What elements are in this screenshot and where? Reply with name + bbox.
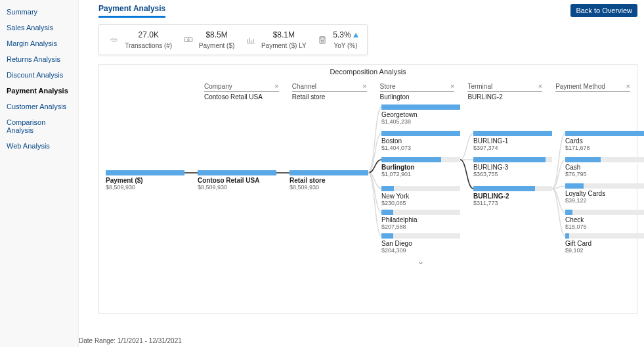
node-value: $207,588 [381,223,460,230]
tree-node[interactable]: Contoso Retail USA$8,509,930 [198,170,276,191]
node-value: $171,678 [565,145,644,151]
node-value: $1,405,238 [381,118,460,125]
node-value: $8,509,930 [106,184,184,191]
tree-node[interactable]: Retail store$8,509,930 [290,170,368,191]
sidebar-item-comparison-analysis[interactable]: Comparison Analysis [0,114,78,138]
breadcrumb-terminal[interactable]: Terminal×BURLING-2 [467,81,542,101]
node-bar [381,157,460,162]
node-label: Boston [381,137,460,145]
breadcrumb-level: Company [204,83,232,90]
app-root: SummarySales AnalysisMargin AnalysisRetu… [0,0,644,347]
svg-point-6 [324,40,324,41]
kpi-value: $8.1M [261,30,307,39]
kpi-label: Payment ($) [199,42,234,49]
node-bar [381,233,460,239]
page-title: Payment Analysis [98,4,165,18]
node-label: Georgetown [381,111,460,118]
node-value: $204,309 [381,247,460,254]
sidebar-item-sales-analysis[interactable]: Sales Analysis [0,20,78,35]
node-value: $39,122 [565,197,644,204]
kpi-label: Payment ($) LY [261,42,307,49]
kpi-label: Transactions (#) [125,42,172,49]
node-label: San Diego [381,240,460,247]
svg-point-9 [324,41,324,42]
breadcrumb-payment-method[interactable]: Payment Method× [555,81,630,101]
breadcrumb-channel[interactable]: Channel×Retail store [292,81,367,101]
header: Payment Analysis Back to Overview [98,4,637,18]
breadcrumb-store[interactable]: Store×Burlington [380,81,455,101]
main: Payment Analysis Back to Overview 27.0K … [79,0,644,347]
tree-node[interactable]: BURLING-2$311,773 [473,186,552,206]
kpi-yoy: 5.3% YoY (%) [316,30,358,49]
breadcrumb-value: BURLING-2 [467,92,542,101]
tree-node[interactable]: Loyalty Cards$39,122 [565,183,644,204]
close-icon[interactable]: × [450,82,454,90]
node-bar [565,210,644,215]
sidebar: SummarySales AnalysisMargin AnalysisRetu… [0,0,79,347]
tree-node[interactable]: Cash$76,795 [565,157,644,177]
tree-node[interactable]: Georgetown$1,405,238 [381,104,460,125]
node-value: $311,773 [473,200,552,206]
close-icon[interactable]: × [362,82,366,90]
breadcrumb-level: Channel [292,83,316,90]
tree-node[interactable]: BURLING-3$363,755 [473,157,552,177]
close-icon[interactable]: × [274,82,278,90]
tree-node[interactable]: Boston$1,404,073 [381,131,460,151]
node-label: Gift Card [565,240,644,247]
close-icon[interactable]: × [626,82,630,90]
tree-node[interactable]: Payment ($)$8,509,930 [106,170,184,191]
decomposition-title: Decomposition Analysis [99,65,637,76]
svg-point-1 [187,38,189,40]
kpi-value: 27.0K [125,30,172,39]
kpi-value: $8.5M [199,30,234,39]
node-value: $8,509,930 [290,184,368,191]
back-to-overview-button[interactable]: Back to Overview [570,4,637,17]
breadcrumb-level: Payment Method [555,83,605,90]
svg-point-7 [321,41,322,42]
calculator-icon [316,34,329,47]
sidebar-item-web-analysis[interactable]: Web Analysis [0,138,78,154]
sidebar-item-margin-analysis[interactable]: Margin Analysis [0,35,78,51]
sidebar-item-payment-analysis[interactable]: Payment Analysis [0,83,78,99]
node-bar [198,170,276,175]
node-label: Check [565,216,644,223]
kpi-value: 5.3% [333,30,358,39]
tree-node[interactable]: Check$15,075 [565,210,644,230]
node-value: $9,102 [565,247,644,254]
node-bar [473,157,552,162]
tree-node[interactable]: Gift Card$9,102 [565,233,644,254]
tree-node[interactable]: Cards$171,678 [565,131,644,151]
node-bar [381,210,460,215]
chevron-down-icon[interactable]: ⌄ [417,256,425,347]
node-bar [565,157,644,162]
breadcrumb-company[interactable]: Company×Contoso Retail USA [204,81,279,101]
kpi-payment: $8.5M Payment ($) [182,30,234,49]
node-label: Cash [565,164,644,171]
node-label: Cards [565,137,644,145]
node-bar [381,186,460,191]
node-label: Burlington [381,164,460,171]
svg-point-4 [321,40,322,41]
tree-node[interactable]: Philadelphia$207,588 [381,210,460,230]
kpi-payment-ly: $8.1M Payment ($) LY [244,30,307,49]
sidebar-item-returns-analysis[interactable]: Returns Analysis [0,51,78,67]
node-label: BURLING-1 [473,137,552,145]
tree-node[interactable]: San Diego$204,309 [381,233,460,254]
tree-node[interactable]: New York$230,065 [381,186,460,206]
close-icon[interactable]: × [538,82,542,90]
sidebar-item-customer-analysis[interactable]: Customer Analysis [0,99,78,114]
breadcrumb-value: Contoso Retail USA [204,92,279,101]
sidebar-item-discount-analysis[interactable]: Discount Analysis [0,67,78,83]
date-range-footer: Date Range: 1/1/2021 - 12/31/2021 [79,337,182,344]
breadcrumb-value [555,92,630,93]
decomposition-tree[interactable]: Payment ($)$8,509,930Contoso Retail USA$… [106,170,630,307]
svg-rect-0 [184,37,192,41]
tree-node[interactable]: Burlington$1,072,901 [381,157,460,177]
node-value: $230,065 [381,200,460,206]
node-label: Loyalty Cards [565,190,644,197]
svg-rect-3 [320,37,324,38]
sidebar-item-summary[interactable]: Summary [0,4,78,20]
tree-node[interactable]: BURLING-1$397,374 [473,131,552,151]
node-bar [565,131,644,136]
node-value: $15,075 [565,223,644,230]
